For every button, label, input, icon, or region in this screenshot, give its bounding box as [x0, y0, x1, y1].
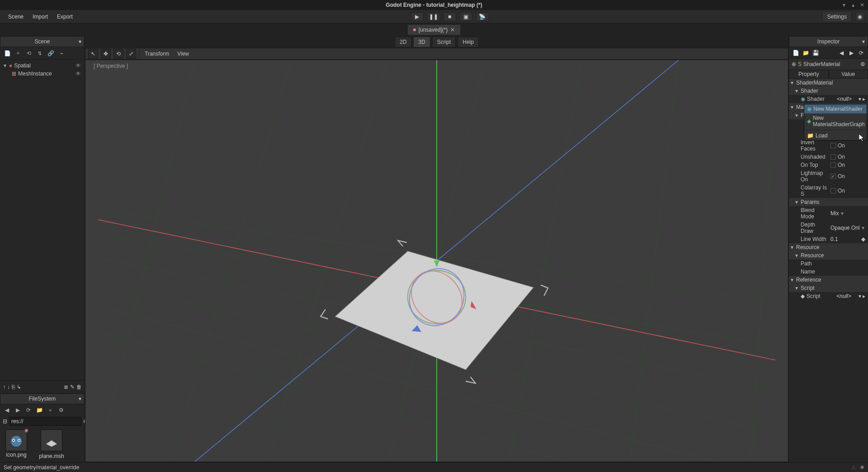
- save-resource-icon[interactable]: 💾: [811, 49, 820, 57]
- nav-settings-icon[interactable]: ⚙: [57, 406, 65, 414]
- tree-mode-icon[interactable]: ⊟: [3, 418, 7, 425]
- window-maximize-button[interactable]: ▴: [850, 2, 856, 8]
- prop-script[interactable]: ◆ Script <null> ▾ ▸: [789, 292, 868, 300]
- stop-button[interactable]: ■: [443, 12, 456, 21]
- window-close-button[interactable]: ✕: [859, 2, 865, 8]
- error-count[interactable]: ⚠: [851, 464, 856, 471]
- checkbox[interactable]: [830, 154, 836, 160]
- history-forward-icon[interactable]: ▶: [847, 49, 855, 57]
- filesystem-panel-header[interactable]: FileSystem ▾: [0, 393, 85, 404]
- perspective-label[interactable]: [ Perspective ]: [94, 63, 128, 69]
- add-node-icon[interactable]: ＋: [14, 49, 23, 58]
- section-resource-sub[interactable]: Resource: [789, 251, 868, 260]
- section-resource[interactable]: Resource: [789, 243, 868, 251]
- nav-reload-icon[interactable]: ⟳: [24, 406, 33, 414]
- move-down-icon[interactable]: ↓: [7, 384, 10, 390]
- output-toggle-icon[interactable]: ✳: [860, 464, 864, 471]
- inspector-panel-header[interactable]: Inspector ▾: [789, 36, 868, 47]
- prop-blend-mode[interactable]: Blend ModeMix: [789, 206, 868, 221]
- scene-tree-root[interactable]: ● Spatial 👁: [2, 61, 83, 70]
- move-tool-icon[interactable]: ✥: [101, 49, 111, 59]
- play-button[interactable]: ▶: [411, 12, 424, 21]
- 3d-viewport[interactable]: [ Perspective ]: [85, 60, 788, 462]
- scene-tab[interactable]: [unsaved](*) ✕: [407, 24, 461, 35]
- expand-icon[interactable]: [4, 62, 7, 69]
- settings-icon[interactable]: ◉: [855, 12, 864, 21]
- object-options-icon[interactable]: ⚙: [860, 61, 865, 67]
- close-tab-button[interactable]: ✕: [450, 27, 455, 33]
- section-shader-material[interactable]: ShaderMaterial: [789, 79, 868, 87]
- nav-forward-icon[interactable]: ▶: [14, 406, 22, 414]
- dropdown-item-new-material-shader-graph[interactable]: ◈ New MaterialShaderGraph: [804, 113, 867, 129]
- prop-depth-draw[interactable]: Depth DrawOpaque Onl: [789, 221, 868, 235]
- select-tool-icon[interactable]: ↖: [88, 49, 98, 59]
- menu-scene[interactable]: Scene: [4, 12, 28, 22]
- window-minimize-button[interactable]: ▾: [841, 2, 847, 8]
- nav-add-icon[interactable]: ＋: [46, 406, 54, 414]
- nav-folder-icon[interactable]: 📁: [35, 406, 43, 414]
- checkbox[interactable]: [830, 188, 836, 194]
- delete-icon[interactable]: 🗑: [76, 384, 82, 390]
- prop-name[interactable]: Name: [789, 268, 868, 276]
- filesystem-path-input[interactable]: [9, 417, 81, 426]
- prop-line-width[interactable]: Line Width0.1◆: [789, 235, 868, 243]
- dropdown-item-load[interactable]: 📁 Load: [804, 131, 867, 140]
- prop-lightmap-on[interactable]: Lightmap OnOn: [789, 169, 868, 184]
- dock-menu-icon[interactable]: ▾: [79, 396, 81, 402]
- history-menu-icon[interactable]: ⟳: [857, 49, 865, 57]
- prop-on-top[interactable]: On TopOn: [789, 161, 868, 169]
- transform-menu[interactable]: Transform: [142, 51, 172, 57]
- connect-icon[interactable]: 🔗: [46, 49, 55, 58]
- scene-tree-item[interactable]: ⊞ MeshInstance 👁: [2, 70, 83, 78]
- menu-export[interactable]: Export: [52, 12, 77, 22]
- checkbox[interactable]: [830, 174, 836, 179]
- remote-debug-button[interactable]: 📡: [476, 12, 489, 21]
- move-up-icon[interactable]: ↑: [3, 384, 5, 390]
- rotate-tool-icon[interactable]: ⟲: [113, 49, 123, 59]
- duplicate-icon[interactable]: ⎘: [12, 384, 15, 390]
- open-resource-icon[interactable]: 📁: [802, 49, 810, 57]
- mode-tab-script[interactable]: Script: [432, 37, 456, 47]
- filesystem-item[interactable]: ◉ icon.png: [3, 430, 30, 459]
- new-resource-icon[interactable]: 📄: [792, 49, 800, 57]
- prop-shader[interactable]: ◉ Shader <null> ▾ ▸: [789, 95, 868, 103]
- mode-tab-3d[interactable]: 3D: [413, 37, 430, 47]
- mode-tab-2d[interactable]: 2D: [395, 37, 411, 47]
- prop-colarray[interactable]: Colarray Is SOn: [789, 184, 868, 198]
- scale-tool-icon[interactable]: ⤢: [126, 49, 136, 59]
- spinner-icon[interactable]: ◆: [861, 236, 865, 242]
- filesystem-item[interactable]: plane.msh: [38, 430, 65, 459]
- prop-unshaded[interactable]: UnshadedOn: [789, 153, 868, 161]
- view-menu[interactable]: View: [175, 51, 192, 57]
- checkbox[interactable]: [830, 143, 836, 148]
- multi-edit-icon[interactable]: ≣: [64, 384, 68, 390]
- dock-menu-icon[interactable]: ▾: [79, 38, 81, 45]
- dropdown-icon[interactable]: ▾ ▸: [859, 96, 865, 102]
- replace-node-icon[interactable]: ↯: [35, 49, 44, 58]
- dropdown-icon[interactable]: ▾ ▸: [859, 293, 865, 299]
- filter-icon[interactable]: ✎: [70, 384, 75, 390]
- pause-button[interactable]: ❚❚: [427, 12, 440, 21]
- instance-icon[interactable]: ⟲: [24, 49, 33, 58]
- script-icon[interactable]: ⌁: [57, 49, 66, 58]
- settings-button[interactable]: Settings: [822, 11, 852, 22]
- section-script[interactable]: Script: [789, 284, 868, 292]
- visibility-toggle-icon[interactable]: 👁: [75, 62, 81, 69]
- dock-menu-icon[interactable]: ▾: [862, 38, 865, 45]
- reparent-icon[interactable]: ↳: [17, 384, 21, 390]
- mode-tab-help[interactable]: Help: [458, 37, 479, 47]
- prop-path[interactable]: Path: [789, 260, 868, 268]
- svg-line-13: [171, 60, 292, 462]
- section-shader[interactable]: Shader: [789, 87, 868, 95]
- play-scene-button[interactable]: ▣: [460, 12, 472, 21]
- checkbox[interactable]: [830, 162, 836, 168]
- new-node-icon[interactable]: 📄: [3, 49, 12, 58]
- dropdown-item-new-material-shader[interactable]: ◉ New MaterialShader: [804, 104, 867, 113]
- history-back-icon[interactable]: ◀: [837, 49, 845, 57]
- scene-panel-header[interactable]: Scene ▾: [0, 36, 85, 47]
- menu-import[interactable]: Import: [28, 12, 52, 22]
- visibility-toggle-icon[interactable]: 👁: [75, 71, 81, 77]
- section-params[interactable]: Params: [789, 198, 868, 206]
- section-reference[interactable]: Reference: [789, 276, 868, 284]
- nav-back-icon[interactable]: ◀: [3, 406, 11, 414]
